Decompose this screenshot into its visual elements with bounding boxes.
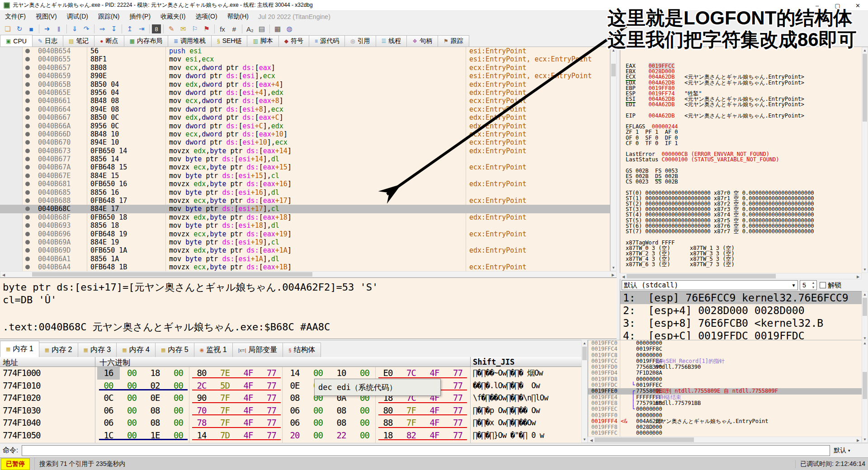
disasm-row[interactable]: 0040B6730FB650 14movzx edx,byte ptr ds:[… bbox=[0, 147, 610, 155]
tab-内存布局[interactable]: ▦内存布局 bbox=[124, 35, 168, 47]
comment-icon[interactable]: ✉ bbox=[178, 24, 189, 34]
trace-over-icon[interactable]: ↧ bbox=[108, 24, 119, 34]
tab-断点[interactable]: ●断点 bbox=[94, 35, 124, 47]
disasm-row[interactable]: 0040B6810FB650 16movzx edx,byte ptr ds:[… bbox=[0, 180, 610, 188]
bookmark-icon[interactable]: ⚑ bbox=[201, 24, 212, 34]
disasm-row[interactable]: 0040B65456push esiesi:EntryPoint bbox=[0, 47, 610, 55]
breakpoint-dot-icon[interactable] bbox=[25, 182, 30, 186]
dump-byte[interactable]: 00 bbox=[121, 404, 143, 417]
close-icon[interactable]: ■ bbox=[26, 24, 37, 34]
breakpoint-dot-icon[interactable] bbox=[25, 240, 30, 244]
breakpoint-dot-icon[interactable] bbox=[25, 82, 30, 87]
tab-引用[interactable]: ◎引用 bbox=[344, 35, 376, 47]
dump-byte[interactable]: 00 bbox=[167, 392, 190, 404]
disasm-row[interactable]: 0040B6778856 14mov byte ptr ds:[esi+14],… bbox=[0, 155, 610, 163]
breakpoint-dot-icon[interactable] bbox=[25, 149, 30, 153]
breakpoint-dot-icon[interactable] bbox=[25, 190, 30, 195]
patch-icon[interactable]: ✎ bbox=[166, 24, 177, 34]
dump-tab-结构体[interactable]: §结构体 bbox=[283, 343, 321, 357]
dump-tab-内存4[interactable]: ▦内存 4 bbox=[116, 343, 156, 357]
tab-句柄[interactable]: ❖句柄 bbox=[406, 35, 438, 47]
breakpoint-dot-icon[interactable] bbox=[25, 257, 30, 261]
disasm-row[interactable]: 0040B67E884E 15mov byte ptr ds:[esi+15],… bbox=[0, 172, 610, 180]
stack-row[interactable]: 0019FFC000000000 bbox=[588, 340, 862, 346]
open-file-icon[interactable]: ❏ bbox=[2, 24, 13, 34]
dump-byte[interactable]: 00 bbox=[354, 367, 376, 380]
pause-icon[interactable]: ‖ bbox=[53, 24, 64, 34]
breakpoint-dot-icon[interactable] bbox=[25, 140, 30, 145]
dump-byte[interactable]: 08 bbox=[330, 417, 353, 429]
dump-byte[interactable]: 20 bbox=[283, 429, 306, 442]
dump-byte[interactable]: 00 bbox=[307, 417, 330, 429]
byte-edit-icon[interactable]: 8 bbox=[152, 24, 161, 33]
registers-panel[interactable]: EAX 0019FFCC EBX 0028D000 ECX 004A62DB <… bbox=[620, 47, 862, 273]
disasm-row[interactable]: 0040B69A884E 19mov byte ptr ds:[esi+19],… bbox=[0, 238, 610, 246]
stack-row[interactable]: 0019FFFC00000000 bbox=[588, 430, 862, 436]
dump-row[interactable]: 774F10501C001E00147D4F772000220018824F77… bbox=[0, 429, 581, 442]
step-over-icon[interactable]: ↷ bbox=[81, 24, 92, 34]
disasm-row[interactable]: 0040B69D0FB650 1Amovzx edx,byte ptr ds:[… bbox=[0, 246, 610, 254]
dump-byte[interactable]: 00 bbox=[307, 367, 330, 380]
breakpoint-dot-icon[interactable] bbox=[25, 49, 30, 53]
tab-跟踪[interactable]: ⚑跟踪 bbox=[438, 35, 469, 47]
run-icon[interactable]: ➜ bbox=[42, 24, 52, 34]
stack-row[interactable]: 0019FFE4│FFFFFFFFSEH链结束 bbox=[588, 395, 862, 400]
stack-row[interactable]: 0019FFF80028D000 bbox=[588, 424, 862, 430]
breakpoint-dot-icon[interactable] bbox=[25, 115, 30, 120]
dump-byte[interactable]: 00 bbox=[167, 367, 190, 380]
dump-tab-内存1[interactable]: ▦内存 1 bbox=[0, 341, 39, 357]
step-into-icon[interactable]: ⇓ bbox=[69, 24, 80, 34]
dump-byte[interactable]: 06 bbox=[283, 417, 306, 429]
dump-row[interactable]: 774F10200C000E00907F4F7708000A00187C4F77… bbox=[0, 392, 581, 404]
disasm-row[interactable]: 0040B670894E 10mov dword ptr ds:[esi+10]… bbox=[0, 138, 610, 146]
disasm-row[interactable]: 0040B6880FB648 17movzx ecx,byte ptr ds:[… bbox=[0, 197, 610, 205]
dump-byte[interactable]: 10 bbox=[330, 367, 353, 380]
breakpoint-dot-icon[interactable] bbox=[25, 198, 30, 203]
disasm-row[interactable]: 0040B66A8956 0Cmov dword ptr ds:[esi+C],… bbox=[0, 122, 610, 130]
tab-线程[interactable]: ☰线程 bbox=[376, 35, 407, 47]
dump-tab-内存5[interactable]: ▦内存 5 bbox=[155, 343, 194, 357]
disasm-row[interactable]: 0040B659890Emov dword ptr ds:[esi],ecxes… bbox=[0, 72, 610, 80]
argument-depth-spinner[interactable]: 5 ▲▼ bbox=[800, 280, 817, 290]
menu-item-n[interactable]: 跟踪(N) bbox=[93, 11, 124, 22]
restart-icon[interactable]: ↻ bbox=[14, 24, 25, 34]
disasm-row[interactable]: 0040B664894E 08mov dword ptr ds:[esi+8],… bbox=[0, 105, 610, 113]
breakpoint-dot-icon[interactable] bbox=[25, 132, 30, 136]
tab-源代码[interactable]: ≡源代码 bbox=[309, 35, 345, 47]
dump-byte[interactable]: 06 bbox=[97, 417, 120, 429]
unlock-checkbox[interactable]: 解锁 bbox=[820, 281, 841, 290]
tab-日志[interactable]: ✎日志 bbox=[32, 35, 63, 47]
dump-byte[interactable]: 06 bbox=[97, 404, 120, 417]
stack-row[interactable]: 0019FFD07756B390ntdll.7756B390 bbox=[588, 364, 862, 370]
stack-row[interactable]: 0019FFC800000000 bbox=[588, 352, 862, 358]
dump-byte[interactable]: 06 bbox=[283, 404, 306, 417]
breakpoint-dot-icon[interactable] bbox=[25, 265, 30, 269]
trace-into-icon[interactable]: ⇒ bbox=[97, 24, 108, 34]
menu-item-f[interactable]: 文件(F) bbox=[0, 11, 31, 22]
memory-dump-grid[interactable]: 774F100016001800807E4F7714001000E07C4F77… bbox=[0, 367, 581, 443]
disasm-horizontal-scrollbar[interactable]: ◀ ▶ bbox=[0, 271, 617, 277]
disassembly-panel[interactable]: 0040B65456push esiesi:EntryPoint0040B655… bbox=[0, 47, 610, 271]
strings-icon[interactable]: A₂ bbox=[245, 24, 255, 34]
breakpoint-dot-icon[interactable] bbox=[25, 215, 30, 220]
memory-map-icon[interactable]: # bbox=[229, 24, 240, 34]
disasm-row[interactable]: 0040B6578B08mov ecx,dword ptr ds:[eax]ec… bbox=[0, 64, 610, 72]
stack-row[interactable]: 0019FFDC└0019FFEC bbox=[588, 382, 862, 388]
dump-tab-监视1[interactable]: ◉监视 1 bbox=[194, 343, 233, 357]
disasm-row[interactable]: 0040B6678B50 0Cmov edx,dword ptr ds:[eax… bbox=[0, 113, 610, 122]
tab-seh链[interactable]: §SEH链 bbox=[211, 35, 247, 47]
dump-byte[interactable]: 00 bbox=[307, 404, 330, 417]
tab-调用堆栈[interactable]: ≣调用堆栈 bbox=[168, 35, 212, 47]
dump-byte[interactable]: 00 bbox=[167, 417, 190, 429]
disasm-row[interactable]: 0040B65E8956 04mov dword ptr ds:[esi+4],… bbox=[0, 89, 610, 97]
help-globe-icon[interactable]: ◍ bbox=[284, 24, 295, 34]
stack-row[interactable]: 0019FFE0┌7755809E返回到 ntdll.7755809E 自 nt… bbox=[588, 388, 862, 394]
call-argument-row[interactable]: 1: [esp] 76E6FCC9 kernel32.76E6FCC9 bbox=[620, 291, 862, 304]
dump-byte[interactable]: 00 bbox=[167, 404, 190, 417]
call-arguments-list[interactable]: 1: [esp] 76E6FCC9 kernel32.76E6FCC92: [e… bbox=[620, 291, 862, 342]
menu-item-p[interactable]: 插件(P) bbox=[124, 11, 156, 22]
disasm-row[interactable]: 0040B68F0FB650 18movzx edx,byte ptr ds:[… bbox=[0, 213, 610, 221]
disasm-row[interactable]: 0040B6960FB648 19movzx ecx,byte ptr ds:[… bbox=[0, 230, 610, 238]
log-print-icon[interactable]: ▤ bbox=[256, 24, 267, 34]
tab-脚本[interactable]: ▥脚本 bbox=[247, 35, 278, 47]
